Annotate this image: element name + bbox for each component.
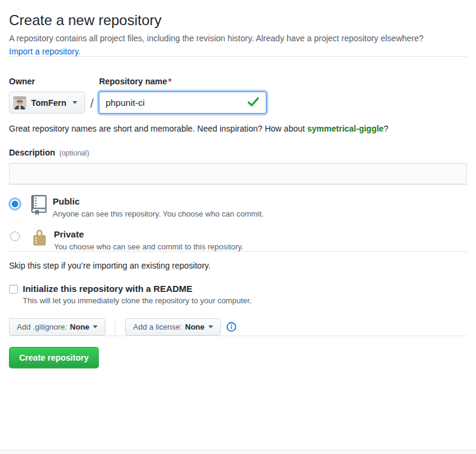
divider (9, 184, 467, 185)
description-optional-note: (optional) (59, 149, 89, 157)
readme-label[interactable]: Initialize this repository with a README (23, 284, 251, 294)
footer-strip (0, 450, 476, 454)
repo-name-column: Repository name* (99, 77, 266, 114)
page-title: Create a new repository (9, 12, 467, 29)
readme-description: This will let you immediately clone the … (23, 296, 251, 305)
repo-name-input-wrap (99, 92, 266, 114)
name-suggestion-text: Great repository names are short and mem… (9, 124, 467, 133)
description-label-row: Description (optional) (9, 148, 467, 157)
valid-check-icon (247, 96, 260, 109)
public-option-text: Public Anyone can see this repository. Y… (53, 195, 263, 218)
readme-checkbox[interactable] (9, 285, 18, 294)
template-dropdown-row: Add .gitignore: None Add a license: None (9, 318, 467, 336)
gitignore-dropdown-label: Add .gitignore: (17, 322, 67, 331)
vertical-divider (115, 319, 116, 336)
public-radio[interactable] (10, 199, 20, 209)
private-radio[interactable] (10, 231, 20, 241)
create-repository-button[interactable]: Create repository (9, 347, 99, 368)
owner-repo-separator: / (85, 93, 99, 114)
intro-text: A repository contains all project files,… (9, 32, 467, 44)
repo-name-input[interactable] (99, 92, 266, 114)
license-dropdown-value: None (185, 322, 205, 331)
private-option-description: You choose who can see and commit to thi… (54, 242, 244, 251)
gitignore-dropdown-value: None (70, 322, 90, 331)
owner-column: Owner TomFern (9, 77, 85, 114)
owner-repo-row: Owner TomFern / Reposi (9, 77, 467, 114)
description-label: Description (9, 148, 55, 157)
create-repository-page: Create a new repository A repository con… (0, 12, 476, 368)
suggested-name-link[interactable]: symmetrical-giggle (307, 124, 384, 133)
gitignore-dropdown-button[interactable]: Add .gitignore: None (9, 318, 105, 336)
description-input[interactable] (9, 163, 467, 184)
caret-down-icon (208, 325, 213, 328)
owner-select-button[interactable]: TomFern (9, 92, 85, 114)
divider (9, 251, 467, 252)
repo-name-label: Repository name* (99, 77, 266, 86)
readme-text: Initialize this repository with a README… (23, 284, 251, 306)
required-asterisk: * (168, 77, 171, 86)
repo-book-icon (31, 195, 47, 217)
info-icon[interactable] (226, 322, 237, 332)
caret-down-icon (72, 101, 77, 104)
owner-label: Owner (9, 77, 85, 86)
visibility-option-public: Public Anyone can see this repository. Y… (9, 195, 467, 218)
license-dropdown-button[interactable]: Add a license: None (125, 318, 220, 336)
import-repository-link[interactable]: Import a repository. (9, 47, 81, 56)
lock-icon (32, 228, 47, 249)
divider (9, 336, 467, 336)
private-option-title: Private (54, 229, 244, 240)
skip-step-note: Skip this step if you’re importing an ex… (9, 261, 467, 270)
divider (9, 56, 467, 57)
visibility-option-private: Private You choose who can see and commi… (9, 228, 467, 251)
avatar (13, 96, 26, 109)
description-input-row (9, 163, 467, 184)
public-option-title: Public (53, 196, 263, 208)
owner-name: TomFern (31, 98, 66, 108)
private-option-text: Private You choose who can see and commi… (54, 228, 244, 251)
license-dropdown-label: Add a license: (133, 322, 182, 331)
readme-option-row: Initialize this repository with a README… (9, 284, 467, 306)
public-option-description: Anyone can see this repository. You choo… (53, 209, 263, 218)
caret-down-icon (93, 325, 98, 328)
